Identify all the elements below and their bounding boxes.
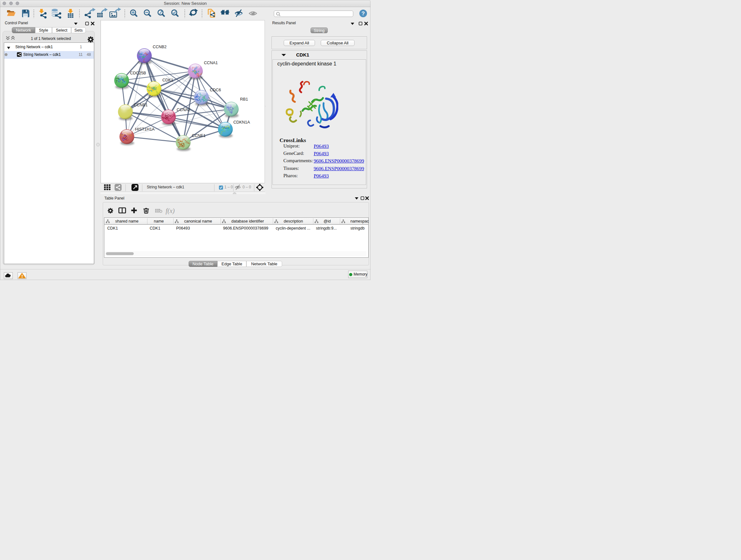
- svg-text:RB1: RB1: [240, 97, 248, 102]
- svg-text:?: ?: [361, 10, 365, 17]
- svg-text:CCNA1: CCNA1: [204, 60, 218, 65]
- svg-text:CDC6: CDC6: [210, 87, 221, 92]
- svg-text:CDC25B: CDC25B: [130, 71, 146, 75]
- svg-text:CCNB1: CCNB1: [134, 103, 147, 107]
- svg-text:HIST1H1A: HIST1H1A: [135, 127, 155, 132]
- svg-text:CCNB2: CCNB2: [153, 44, 166, 49]
- svg-text:CDK1: CDK1: [162, 78, 173, 82]
- svg-text:CCNE1: CCNE1: [192, 133, 205, 138]
- svg-text:CCNA2: CCNA2: [177, 107, 191, 112]
- svg-text:f(x): f(x): [165, 207, 175, 214]
- svg-text:CDKN1A: CDKN1A: [233, 120, 250, 125]
